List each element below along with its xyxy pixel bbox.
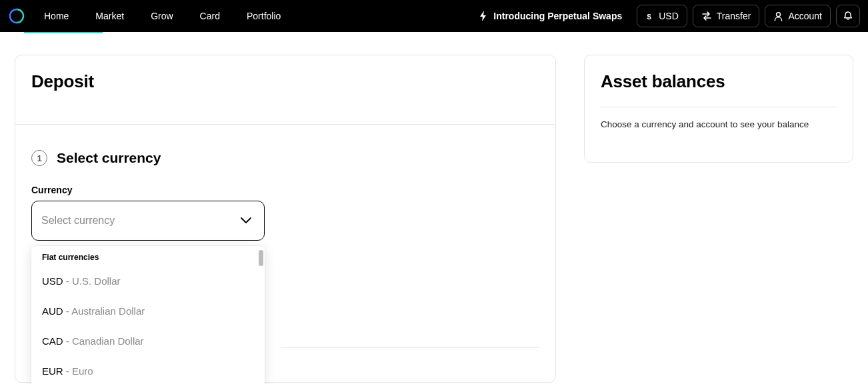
- balances-title: Asset balances: [601, 71, 837, 92]
- brand-logo[interactable]: [8, 7, 25, 25]
- promo-text: Introducing Perpetual Swaps: [493, 11, 622, 21]
- divider: [281, 347, 539, 348]
- top-nav: Home Market Grow Card Portfolio Introduc…: [0, 0, 868, 32]
- svg-point-1: [777, 12, 781, 16]
- transfer-icon: [701, 11, 712, 21]
- option-name: U.S. Dollar: [72, 275, 121, 287]
- deposit-title: Deposit: [31, 71, 539, 92]
- lightning-icon: [479, 11, 488, 21]
- page-body: Deposit 1 Select currency Currency Selec…: [0, 32, 868, 384]
- step-1-title: Select currency: [57, 150, 161, 166]
- chevron-down-icon: [240, 217, 252, 225]
- step-1-number: 1: [31, 150, 47, 166]
- nav-portfolio[interactable]: Portfolio: [247, 11, 281, 21]
- promo-link[interactable]: Introducing Perpetual Swaps: [479, 11, 622, 21]
- currency-option-eur[interactable]: EUR - Euro: [31, 356, 265, 384]
- option-name: Euro: [72, 365, 93, 377]
- notifications-button[interactable]: [836, 5, 860, 27]
- transfer-button[interactable]: Transfer: [693, 5, 760, 27]
- currency-select[interactable]: Select currency: [31, 201, 265, 241]
- nav-grow[interactable]: Grow: [151, 11, 173, 21]
- option-code: EUR: [42, 365, 63, 377]
- currency-placeholder: Select currency: [41, 215, 115, 227]
- account-button[interactable]: Account: [765, 5, 831, 27]
- account-label: Account: [788, 11, 822, 21]
- bell-icon: [843, 11, 853, 21]
- user-icon: [773, 11, 783, 21]
- dollar-icon: $: [645, 12, 654, 21]
- option-code: AUD: [42, 305, 63, 317]
- currency-button[interactable]: $ USD: [637, 5, 687, 27]
- nav-links: Home Market Grow Card Portfolio: [44, 11, 281, 21]
- active-tab-underline: [24, 32, 103, 33]
- currency-option-usd[interactable]: USD - U.S. Dollar: [31, 266, 265, 296]
- currency-option-aud[interactable]: AUD - Australian Dollar: [31, 296, 265, 326]
- dropdown-scrollbar[interactable]: [259, 250, 263, 266]
- option-name: Australian Dollar: [71, 305, 145, 317]
- step-1-header: 1 Select currency: [15, 125, 555, 166]
- deposit-card: Deposit 1 Select currency Currency Selec…: [15, 55, 556, 383]
- transfer-label: Transfer: [717, 11, 751, 21]
- option-code: CAD: [42, 335, 63, 347]
- nav-market[interactable]: Market: [95, 11, 124, 21]
- svg-text:$: $: [647, 12, 652, 20]
- currency-dropdown: Fiat currencies USD - U.S. Dollar AUD - …: [31, 246, 265, 384]
- dropdown-group-label: Fiat currencies: [31, 246, 265, 266]
- nav-home[interactable]: Home: [44, 11, 69, 21]
- balances-empty-text: Choose a currency and account to see you…: [601, 119, 837, 129]
- currency-field-label: Currency: [31, 185, 555, 195]
- nav-card[interactable]: Card: [200, 11, 220, 21]
- option-name: Canadian Dollar: [72, 335, 144, 347]
- balances-card: Asset balances Choose a currency and acc…: [584, 55, 853, 163]
- option-code: USD: [42, 275, 63, 287]
- currency-label: USD: [659, 11, 679, 21]
- currency-option-cad[interactable]: CAD - Canadian Dollar: [31, 326, 265, 356]
